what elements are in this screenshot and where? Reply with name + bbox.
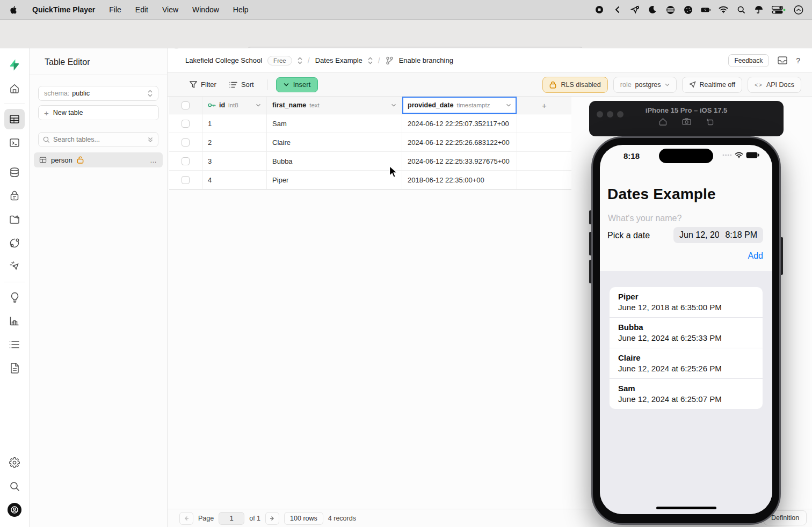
rows-per-page-button[interactable]: 100 rows: [284, 512, 323, 525]
menu-help[interactable]: Help: [233, 5, 249, 14]
spotlight-search-icon[interactable]: [736, 5, 746, 14]
user-avatar[interactable]: [4, 500, 25, 520]
add-button[interactable]: Add: [748, 251, 763, 261]
chevron-down-icon[interactable]: [506, 104, 511, 107]
sidebar-item-advisors[interactable]: [4, 287, 25, 308]
role-select[interactable]: role postgres: [613, 77, 677, 93]
sidebar-item-auth[interactable]: [4, 186, 25, 206]
chevron-down-icon[interactable]: [391, 104, 396, 107]
sidebar-item-settings[interactable]: [4, 452, 25, 473]
cell-provided-date[interactable]: 2024-06-12 22:25:26.683122+00: [402, 133, 517, 151]
row-checkbox[interactable]: [182, 176, 190, 184]
sidebar-item-table-editor[interactable]: [4, 109, 25, 129]
column-header-provided-date[interactable]: provided_date timestamptz: [402, 97, 517, 114]
cell-provided-date[interactable]: 2024-06-12 22:25:33.927675+00: [402, 152, 517, 170]
insert-button[interactable]: Insert: [276, 77, 318, 92]
wifi-icon: [735, 152, 743, 158]
sort-button[interactable]: Sort: [225, 78, 258, 91]
add-column-button[interactable]: +: [517, 97, 571, 114]
table-item-menu[interactable]: …: [150, 156, 157, 164]
browser-toolbar: 0 supabase.com A文: [0, 20, 812, 48]
menubar-app-name[interactable]: QuickTime Player: [32, 5, 95, 14]
menu-window[interactable]: Window: [192, 5, 219, 14]
prev-page-button[interactable]: [179, 512, 193, 525]
list-item[interactable]: Claire June 12, 2024 at 6:25:26 PM: [610, 348, 763, 379]
stage-stripes-icon[interactable]: [665, 5, 675, 14]
menu-file[interactable]: File: [109, 5, 121, 14]
simulator-home-icon[interactable]: [659, 118, 667, 126]
umbrella-icon[interactable]: [754, 5, 764, 14]
cell-id[interactable]: 1: [202, 114, 267, 133]
cell-first-name[interactable]: Piper: [267, 171, 402, 189]
row-checkbox[interactable]: [182, 120, 190, 128]
select-all-checkbox[interactable]: [182, 101, 190, 109]
sidebar-item-storage[interactable]: [4, 209, 25, 230]
focus-moon-icon[interactable]: [648, 5, 657, 14]
dotted-circle-icon[interactable]: [683, 5, 693, 14]
filter-button[interactable]: Filter: [185, 78, 221, 91]
enable-branching-button[interactable]: Enable branching: [399, 56, 453, 64]
inbox-icon[interactable]: [778, 56, 787, 64]
simulator-rotate-icon[interactable]: [706, 118, 714, 126]
cell-provided-date[interactable]: 2018-06-12 22:35:00+00: [402, 171, 517, 189]
sidebar-item-api-docs[interactable]: [4, 358, 25, 378]
chevron-left-icon[interactable]: [612, 5, 622, 14]
sidebar-item-sql-editor[interactable]: [4, 133, 25, 153]
new-table-button[interactable]: + New table: [38, 105, 159, 120]
menubar-collapse-icon[interactable]: [794, 5, 803, 14]
sidebar-item-edge-functions[interactable]: [4, 233, 25, 253]
breadcrumb-project[interactable]: Dates Example: [315, 56, 363, 64]
grid-toolbar: Filter Sort Insert RLS disabled role pos…: [168, 73, 812, 97]
cell-provided-date[interactable]: 2024-06-12 22:25:07.352117+00: [402, 114, 517, 133]
home-indicator[interactable]: [656, 507, 716, 509]
column-header-id[interactable]: id int8: [202, 97, 267, 114]
chevron-down-icon[interactable]: [256, 104, 261, 107]
cell-id[interactable]: 3: [202, 152, 267, 170]
help-icon[interactable]: ?: [796, 56, 800, 65]
cell-id[interactable]: 2: [202, 133, 267, 151]
cell-id[interactable]: 4: [202, 171, 267, 189]
wifi-icon[interactable]: [719, 5, 728, 14]
cell-first-name[interactable]: Claire: [267, 133, 402, 151]
sidebar-item-reports[interactable]: [4, 311, 25, 331]
search-tables-box[interactable]: [38, 132, 158, 147]
sidebar-item-database[interactable]: [4, 162, 25, 182]
org-switcher-icon[interactable]: [298, 57, 302, 64]
cell-first-name[interactable]: Sam: [267, 114, 402, 133]
page-of-label: of 1: [249, 515, 260, 522]
list-item[interactable]: Bubba June 12, 2024 at 6:25:33 PM: [610, 318, 763, 348]
list-item[interactable]: Piper June 12, 2018 at 6:35:00 PM: [610, 287, 763, 318]
table-icon: [39, 156, 47, 164]
search-tables-input[interactable]: [53, 136, 144, 143]
row-checkbox[interactable]: [182, 157, 190, 165]
menu-view[interactable]: View: [162, 5, 178, 14]
simulator-titlebar[interactable]: iPhone 15 Pro – iOS 17.5: [589, 101, 784, 136]
realtime-toggle[interactable]: Realtime off: [682, 77, 742, 93]
api-docs-button[interactable]: <> API Docs: [748, 77, 801, 93]
next-page-button[interactable]: [265, 512, 279, 525]
name-input[interactable]: What's your name?: [608, 214, 682, 223]
list-item[interactable]: Sam June 12, 2024 at 6:25:07 PM: [610, 379, 763, 409]
location-arrow-icon[interactable]: [630, 5, 640, 14]
menu-edit[interactable]: Edit: [135, 5, 148, 14]
cell-first-name[interactable]: Bubba: [267, 152, 402, 170]
screen-record-stop-icon[interactable]: [595, 5, 604, 14]
apple-menu-icon[interactable]: [9, 5, 18, 14]
feedback-button[interactable]: Feedback: [728, 54, 770, 67]
column-header-first-name[interactable]: first_name text: [267, 97, 402, 114]
page-input[interactable]: [219, 512, 244, 525]
sidebar-item-home[interactable]: [4, 78, 25, 99]
sidebar-item-logs[interactable]: [4, 334, 25, 355]
breadcrumb-org[interactable]: Lakefield College School: [185, 56, 262, 64]
simulator-screenshot-icon[interactable]: [682, 118, 691, 126]
row-checkbox[interactable]: [182, 138, 190, 147]
schema-select[interactable]: schema: public: [38, 86, 158, 101]
rls-disabled-badge[interactable]: RLS disabled: [542, 77, 607, 93]
supabase-logo[interactable]: [4, 55, 25, 75]
control-center-icon[interactable]: [772, 5, 786, 14]
table-item-person[interactable]: person …: [34, 152, 163, 167]
sidebar-item-search[interactable]: [4, 476, 25, 496]
project-switcher-icon[interactable]: [368, 57, 373, 64]
time-picker-button[interactable]: 8:18 PM: [719, 227, 763, 243]
sidebar-item-realtime[interactable]: [4, 257, 25, 277]
